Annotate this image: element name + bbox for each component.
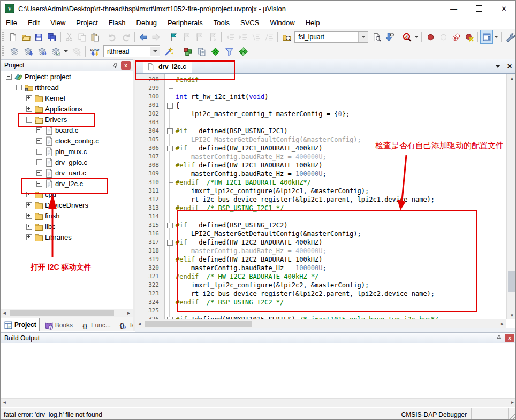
expand-icon[interactable] <box>36 159 42 165</box>
build-output-content[interactable] <box>1 343 516 398</box>
tree-item-drv-gpio-c[interactable]: drv_gpio.c <box>1 157 133 167</box>
scroll-right-icon[interactable]: ► <box>125 309 133 317</box>
tree-item-drv-i2c-c[interactable]: drv_i2c.c <box>1 178 133 189</box>
menu-peripherals[interactable]: Peripherals <box>162 17 208 28</box>
menu-file[interactable]: File <box>1 17 22 28</box>
previous-bookmark-button[interactable] <box>180 30 193 44</box>
download-flash-button[interactable]: LOAD <box>88 44 102 58</box>
expand-icon[interactable] <box>26 192 32 197</box>
menu-help[interactable]: Help <box>300 17 325 28</box>
scrollbar-thumb[interactable] <box>508 271 516 292</box>
project-panel-close-button[interactable]: x <box>121 61 131 70</box>
fold-collapse-icon[interactable] <box>167 103 173 109</box>
tree-item-drv-uart-c[interactable]: drv_uart.c <box>1 167 133 178</box>
fold-collapse-icon[interactable] <box>167 223 173 228</box>
disable-all-breakpoints-button[interactable] <box>450 30 462 44</box>
paste-button[interactable] <box>89 30 102 44</box>
close-file-icon[interactable]: ✕ <box>507 63 512 70</box>
expand-icon[interactable] <box>26 202 32 208</box>
scroll-left-icon[interactable]: ◄ <box>1 309 9 317</box>
new-file-button[interactable] <box>7 30 20 44</box>
collapse-icon[interactable] <box>16 85 22 90</box>
tree-item-applications[interactable]: Applications <box>1 103 133 114</box>
configure-tools-button[interactable] <box>504 30 516 44</box>
manage-project-items-button[interactable] <box>180 44 194 58</box>
expand-icon[interactable] <box>36 181 42 187</box>
expand-icon[interactable] <box>26 95 32 101</box>
expand-icon[interactable] <box>36 138 42 144</box>
batch-build-button[interactable] <box>49 44 63 58</box>
tree-item-libraries[interactable]: Libraries <box>1 232 133 242</box>
tree-item-cpu[interactable]: cpu <box>1 189 133 200</box>
manage-rte-button[interactable] <box>208 44 222 58</box>
indent-button[interactable] <box>237 30 249 44</box>
build-button[interactable] <box>21 44 35 58</box>
sidebar-tab-books[interactable]: ?Books <box>42 319 75 331</box>
scroll-up-icon[interactable]: ▲ <box>507 74 516 82</box>
menu-tools[interactable]: Tools <box>208 17 235 28</box>
minimize-button[interactable]: — <box>441 1 466 17</box>
copy-button[interactable] <box>76 30 89 44</box>
fold-collapse-icon[interactable] <box>167 146 173 151</box>
resize-grip[interactable] <box>509 408 516 420</box>
outdent-button[interactable] <box>224 30 237 44</box>
tree-item-pin-mux-c[interactable]: pin_mux.c <box>1 146 133 157</box>
select-software-packs-button[interactable] <box>222 44 236 58</box>
tree-item-devicedrivers[interactable]: DeviceDrivers <box>1 200 133 210</box>
save-all-button[interactable] <box>45 30 58 44</box>
scrollbar-thumb[interactable] <box>10 310 114 316</box>
expand-icon[interactable] <box>26 234 32 240</box>
build-output-hscrollbar[interactable]: ◄ ► <box>1 398 516 407</box>
tree-item-kernel[interactable]: Kernel <box>1 93 133 103</box>
toolbar-grip[interactable] <box>2 46 4 57</box>
quick-search-dropdown-icon[interactable] <box>413 31 419 43</box>
build-output-close-button[interactable]: x <box>505 334 514 342</box>
insert-bookmark-button[interactable] <box>168 30 180 44</box>
editor-vscrollbar[interactable]: ▲ ▼ <box>506 74 516 319</box>
menu-debug[interactable]: Debug <box>131 17 162 28</box>
menu-project[interactable]: Project <box>71 17 103 28</box>
incremental-find-button[interactable] <box>383 30 396 44</box>
maximize-button[interactable] <box>466 1 491 17</box>
menu-edit[interactable]: Edit <box>22 17 45 28</box>
redo-button[interactable] <box>119 30 132 44</box>
close-button[interactable]: ✕ <box>491 1 516 17</box>
toolbar-grip[interactable] <box>2 32 4 42</box>
tree-item-clock-config-c[interactable]: clock_config.c <box>1 135 133 146</box>
scroll-right-icon[interactable]: ► <box>498 320 506 328</box>
menu-flash[interactable]: Flash <box>103 17 131 28</box>
code-editor[interactable]: 298#endif299300int rt_hw_i2c_init(void)3… <box>135 74 506 319</box>
pin-icon[interactable] <box>110 61 120 70</box>
tree-item-rtthread[interactable]: rtthread <box>1 82 133 93</box>
pack-installer-button[interactable] <box>236 44 250 58</box>
options-for-target-button[interactable] <box>162 44 176 58</box>
sidebar-tab-func[interactable]: {}Func... <box>78 319 113 331</box>
tree-item-project-project[interactable]: Project: project <box>1 71 133 82</box>
expand-icon[interactable] <box>26 106 32 112</box>
expand-icon[interactable] <box>36 149 42 155</box>
navigate-back-button[interactable] <box>137 30 150 44</box>
debug-windows-dropdown-icon[interactable] <box>493 31 499 43</box>
tab-list-icon[interactable] <box>495 65 500 68</box>
expand-icon[interactable] <box>26 213 32 219</box>
scrollbar-thumb[interactable] <box>145 321 252 327</box>
next-bookmark-button[interactable] <box>193 30 206 44</box>
find-in-files-button[interactable] <box>280 30 293 44</box>
fold-collapse-icon[interactable] <box>167 128 173 134</box>
disable-breakpoint-button[interactable] <box>437 30 450 44</box>
translate-file-button[interactable] <box>7 44 21 58</box>
select-target-combobox[interactable]: rtthread <box>103 45 160 57</box>
collapse-icon[interactable] <box>26 117 32 123</box>
editor-hscrollbar[interactable]: ◄ ► <box>135 319 506 328</box>
navigate-forward-button[interactable] <box>150 30 163 44</box>
expand-icon[interactable] <box>36 170 42 176</box>
scroll-down-icon[interactable]: ▼ <box>507 311 516 319</box>
menu-svcs[interactable]: SVCS <box>235 17 264 28</box>
collapse-icon[interactable] <box>6 74 12 80</box>
undo-button[interactable] <box>107 30 119 44</box>
scroll-left-icon[interactable]: ◄ <box>135 320 143 328</box>
find-button[interactable] <box>370 30 383 44</box>
chevron-down-icon[interactable] <box>358 32 368 42</box>
uncomment-selection-button[interactable] <box>262 30 275 44</box>
batch-build-dropdown-icon[interactable] <box>63 45 69 57</box>
